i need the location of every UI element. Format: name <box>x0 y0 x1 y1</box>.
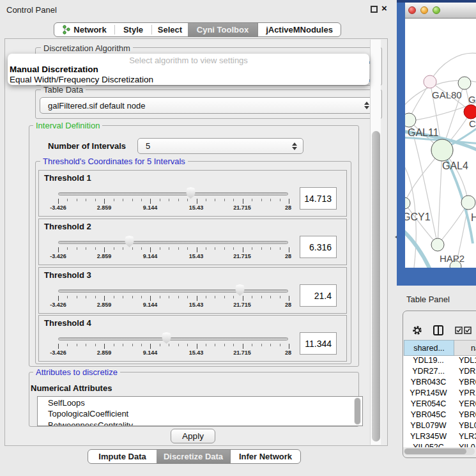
table-rows: YDL19...YDL1 YDR27...YDR2 YBR043CYBR0 YP… <box>403 356 476 447</box>
table-row[interactable]: YBR045CYBR0 <box>403 410 476 421</box>
node-partial-top[interactable] <box>458 77 471 89</box>
list-item[interactable]: TopologicalCoefficient <box>48 409 128 418</box>
threshold-2-value-field[interactable]: 6.316 <box>300 236 337 258</box>
tab-network-label: Network <box>73 25 106 35</box>
node-label-hap2: HAP2 <box>440 253 464 264</box>
node-label-partial-right: H <box>471 212 476 224</box>
tab-cyni-label: Cyni Toolbox <box>197 25 249 35</box>
number-of-intervals-combobox[interactable]: 5 <box>137 138 303 154</box>
table-data-combobox[interactable]: galFiltered.sif default node <box>40 97 376 114</box>
threshold-2-slider-thumb[interactable] <box>125 236 134 247</box>
bottom-tab-bar: Impute Data Discretize Data Infer Networ… <box>88 449 301 464</box>
menu-item-equal-width-discretization[interactable]: Equal Width/Frequency Discretization <box>10 75 153 84</box>
list-scrollbar-thumb[interactable] <box>355 398 360 424</box>
algorithm-dropdown-popup: Select algorithm to view settings Manual… <box>8 54 369 85</box>
threshold-1-slider-thumb[interactable] <box>186 187 196 199</box>
table-row[interactable]: YBR043CYBR0 <box>403 378 476 388</box>
threshold-4-value-field[interactable]: 11.344 <box>300 332 337 355</box>
node-red-selected[interactable] <box>464 105 476 119</box>
table-row[interactable]: YER054CYER0 <box>403 399 476 410</box>
panel-scrollbar-thumb[interactable] <box>372 131 380 441</box>
list-scrollbar[interactable] <box>354 397 361 425</box>
table-horizontal-scrollbar[interactable] <box>404 448 475 455</box>
float-window-icon[interactable] <box>371 6 378 13</box>
attributes-group-label: Attributes to discretize <box>33 367 120 377</box>
table-row[interactable]: YIL052CYIL0 <box>403 443 476 447</box>
table-header: shared... na <box>403 340 476 356</box>
node-label-gcy1: GCY1 <box>405 211 431 223</box>
tab-style[interactable]: Style <box>115 23 151 36</box>
node-gcy1[interactable] <box>405 197 410 209</box>
node-partial-right[interactable] <box>461 196 475 210</box>
column-header-name[interactable]: na <box>454 340 476 356</box>
threshold-4-slider-track[interactable] <box>58 337 288 341</box>
threshold-1-slider-track[interactable] <box>58 192 288 196</box>
threshold-4-box: Threshold 4 -3.4262.8599.14415.4321.7152… <box>38 315 347 362</box>
table-row[interactable]: YDL19...YDL1 <box>403 356 476 367</box>
node-gal80[interactable] <box>424 75 436 88</box>
list-item[interactable]: BetweennessCentrality <box>48 420 133 426</box>
gear-icon[interactable] <box>412 325 422 335</box>
network-canvas[interactable]: GAL80 GA C GAL11 GAL4 GCY1 H HAP2 <box>405 19 476 268</box>
threshold-4-label: Threshold 4 <box>44 318 91 328</box>
discretization-algorithm-label: Discretization Algorithm <box>41 43 133 53</box>
tab-select-label: Select <box>158 25 182 35</box>
tab-cyni-toolbox[interactable]: Cyni Toolbox <box>188 23 257 36</box>
node-gal11[interactable] <box>405 113 416 127</box>
close-icon[interactable]: × <box>381 3 387 13</box>
node-label-gal80: GAL80 <box>432 89 462 100</box>
panel-title: Control Panel <box>6 5 57 15</box>
threshold-4-slider-thumb[interactable] <box>162 332 171 344</box>
threshold-2-label: Threshold 2 <box>44 222 91 231</box>
slider-major-ticks <box>58 344 289 349</box>
slider-major-ticks <box>58 247 289 252</box>
threshold-3-slider-thumb[interactable] <box>235 284 245 296</box>
table-row[interactable]: YBL079WYBL0 <box>403 421 476 432</box>
tab-jactive-label: jActiveMNodules <box>266 25 333 35</box>
threshold-1-value-field[interactable]: 14.713 <box>300 187 337 210</box>
thresholds-group-label: Threshold's Coordinates for 5 Intervals <box>40 157 188 166</box>
apply-button[interactable]: Apply <box>171 429 215 443</box>
interval-definition-label: Interval Definition <box>33 121 102 130</box>
minimize-traffic-light-icon[interactable] <box>420 6 428 14</box>
network-graph <box>405 19 476 268</box>
tab-impute-data[interactable]: Impute Data <box>88 450 157 463</box>
threshold-2-slider-track[interactable] <box>58 241 288 244</box>
tab-network[interactable]: Network <box>54 23 114 36</box>
tab-select[interactable]: Select <box>152 23 188 36</box>
checkbox-checked-icon[interactable] <box>464 326 472 334</box>
tab-infer-label: Infer Network <box>239 452 292 461</box>
threshold-3-value-field[interactable]: 21.4 <box>300 284 337 307</box>
numerical-attributes-label: Numerical Attributes <box>31 383 112 393</box>
checkbox-checked-icon[interactable] <box>455 326 463 334</box>
threshold-3-box: Threshold 3 -3.4262.8599.14415.4321.7152… <box>38 267 347 314</box>
table-row[interactable]: YDR27...YDR2 <box>403 367 476 378</box>
column-header-shared-name[interactable]: shared... <box>404 340 454 356</box>
tab-jactivemnodules[interactable]: jActiveMNodules <box>257 23 341 36</box>
threshold-2-box: Threshold 2 -3.4262.8599.14415.4321.7152… <box>38 219 347 265</box>
combo-arrows-icon <box>364 102 369 109</box>
node-gal4[interactable] <box>431 139 453 161</box>
node-label-partial-top: GA <box>468 94 476 105</box>
table-horizontal-scrollbar-thumb[interactable] <box>404 449 466 454</box>
split-columns-icon[interactable] <box>433 325 444 336</box>
threshold-3-slider-track[interactable] <box>58 289 288 293</box>
tab-infer-network[interactable]: Infer Network <box>230 450 300 463</box>
threshold-1-label: Threshold 1 <box>44 173 91 183</box>
threshold-1-box: Threshold 1 -3.4262.8599.14415.4321.7152… <box>38 170 347 217</box>
panel-scrollbar[interactable] <box>370 40 381 445</box>
table-data-combobox-value: galFiltered.sif default node <box>48 101 145 111</box>
menu-item-manual-discretization[interactable]: Manual Discretization <box>10 65 98 74</box>
tab-discretize-data[interactable]: Discretize Data <box>157 450 230 463</box>
table-row[interactable]: YLR345WYLR3 <box>403 432 476 443</box>
list-item[interactable]: SelfLoops <box>48 398 85 408</box>
node-hap2[interactable] <box>431 238 444 251</box>
table-row[interactable]: YPR145WYPR1 <box>403 388 476 399</box>
table-data-label: Table Data <box>41 85 86 95</box>
table-panel-title: Table Panel <box>406 295 450 304</box>
combo-arrows-icon <box>292 142 297 150</box>
network-icon <box>62 25 70 35</box>
close-traffic-light-icon[interactable] <box>408 6 416 14</box>
zoom-traffic-light-icon[interactable] <box>433 6 440 14</box>
node-label-partial-red: C <box>469 118 476 129</box>
